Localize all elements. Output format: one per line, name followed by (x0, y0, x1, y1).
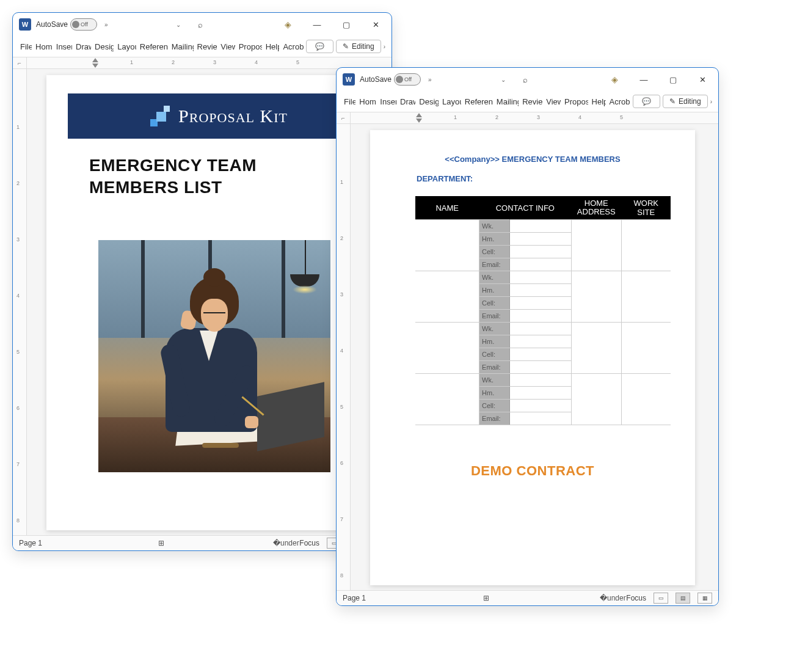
cell-home-address[interactable] (571, 323, 621, 374)
tab-references[interactable]: References (461, 95, 493, 109)
ribbon-overflow-icon[interactable]: › (381, 43, 388, 50)
tab-review[interactable]: Review (519, 95, 542, 109)
close-button[interactable]: ✕ (690, 70, 715, 89)
chevron-down-icon[interactable]: ⌄ (176, 21, 181, 28)
cell-home-address[interactable] (571, 374, 621, 425)
page-canvas[interactable]: <<Company>> EMERGENCY TEAM MEMBERS DEPAR… (351, 124, 718, 590)
tab-draw[interactable]: Draw (72, 40, 91, 54)
editing-mode-button[interactable]: ✎ Editing (336, 40, 381, 53)
tab-layout[interactable]: Layout (114, 40, 136, 54)
tab-insert[interactable]: Insert (376, 95, 396, 109)
contact-value[interactable] (510, 361, 571, 374)
toggle-pill[interactable]: Off (70, 18, 97, 31)
indent-marker-icon[interactable] (92, 58, 98, 62)
tab-references[interactable]: References (136, 40, 168, 54)
accessibility-icon[interactable]: ⊞ (155, 538, 167, 548)
toggle-pill[interactable]: Off (394, 73, 421, 86)
cell-name[interactable] (415, 220, 479, 271)
tab-proposal[interactable]: Proposal (561, 95, 588, 109)
contact-value[interactable] (510, 412, 571, 425)
contact-value[interactable] (510, 297, 571, 310)
accessibility-icon[interactable]: ⊞ (480, 593, 492, 603)
search-button[interactable]: ⌕ (513, 70, 537, 89)
tab-view[interactable]: View (217, 40, 235, 54)
cell-work-site[interactable] (621, 220, 671, 271)
contact-value[interactable] (510, 271, 571, 284)
comments-button[interactable]: 💬 (306, 40, 333, 53)
premium-button[interactable]: ◈ (275, 15, 300, 34)
editing-mode-button[interactable]: ✎ Editing (663, 95, 708, 108)
tab-mailings[interactable]: Mailings (168, 40, 194, 54)
cell-name[interactable] (415, 323, 479, 374)
chevron-down-icon[interactable]: ⌄ (501, 76, 506, 83)
tab-file[interactable]: File (340, 95, 355, 109)
contact-value[interactable] (510, 284, 571, 297)
focus-label[interactable]: Focus (299, 539, 319, 547)
tab-help[interactable]: Help (588, 95, 606, 109)
page-indicator[interactable]: Page 1 (343, 594, 366, 602)
qat-overflow-icon[interactable]: » (428, 76, 432, 83)
indent-marker-icon[interactable] (416, 113, 422, 117)
web-layout-icon[interactable]: ▦ (697, 593, 712, 604)
cell-home-address[interactable] (571, 220, 621, 271)
tab-acrobat[interactable]: Acrobat (606, 95, 630, 109)
focus-icon[interactable]: �under (280, 538, 292, 548)
maximize-button[interactable]: ▢ (661, 70, 685, 89)
tab-design[interactable]: Design (91, 40, 114, 54)
tab-draw[interactable]: Draw (396, 95, 415, 109)
tab-help[interactable]: Help (262, 40, 280, 54)
hanging-indent-icon[interactable] (92, 64, 98, 68)
minimize-button[interactable]: — (305, 15, 329, 34)
tab-file[interactable]: File (16, 40, 32, 54)
close-button[interactable]: ✕ (363, 15, 388, 34)
contact-value[interactable] (510, 233, 571, 246)
focus-label[interactable]: Focus (626, 594, 646, 602)
maximize-button[interactable]: ▢ (334, 15, 359, 34)
contact-value[interactable] (510, 258, 571, 271)
contact-value[interactable] (510, 348, 571, 361)
cell-home-address[interactable] (571, 271, 621, 323)
hanging-indent-icon[interactable] (416, 119, 422, 123)
tab-home[interactable]: Home (32, 40, 53, 54)
cell-work-site[interactable] (621, 374, 671, 425)
print-layout-icon[interactable]: ▤ (676, 593, 690, 604)
contact-value[interactable] (510, 220, 571, 233)
ruler-vertical[interactable]: 1 2 3 4 5 6 7 8 (13, 69, 27, 535)
tab-design[interactable]: Design (415, 95, 439, 109)
tab-review[interactable]: Review (194, 40, 217, 54)
comments-button[interactable]: 💬 (633, 95, 660, 108)
tab-acrobat[interactable]: Acrobat (279, 40, 304, 54)
read-mode-icon[interactable]: ▭ (654, 593, 668, 604)
qat-overflow-icon[interactable]: » (104, 21, 108, 28)
ruler-horizontal[interactable]: ⌐ 1 2 3 4 5 (337, 112, 718, 124)
tab-insert[interactable]: Insert (53, 40, 72, 54)
minimize-button[interactable]: — (632, 70, 656, 89)
contact-value[interactable] (510, 374, 571, 387)
contact-value[interactable] (510, 310, 571, 323)
ruler-vertical[interactable]: 1 2 3 4 5 6 7 8 (337, 124, 351, 590)
ruler-horizontal[interactable]: ⌐ 1 2 3 4 5 (13, 57, 392, 69)
autosave-toggle[interactable]: AutoSave Off (360, 73, 421, 86)
tab-layout[interactable]: Layout (439, 95, 461, 109)
contact-value[interactable] (510, 323, 571, 335)
document-page[interactable]: <<Company>> EMERGENCY TEAM MEMBERS DEPAR… (370, 130, 695, 585)
focus-icon[interactable]: �under (606, 593, 619, 603)
search-button[interactable]: ⌕ (188, 15, 213, 34)
cell-name[interactable] (415, 271, 479, 323)
autosave-toggle[interactable]: AutoSave Off (36, 18, 97, 31)
contact-value[interactable] (510, 335, 571, 348)
cell-name[interactable] (415, 374, 479, 425)
ribbon-overflow-icon[interactable]: › (708, 98, 715, 105)
tab-mailings[interactable]: Mailings (493, 95, 519, 109)
cell-work-site[interactable] (621, 271, 671, 323)
tab-proposal[interactable]: Proposal (235, 40, 262, 54)
document-page[interactable]: PROPOSAL KIT EMERGENCY TEAM MEMBERS LIST (46, 75, 370, 530)
premium-button[interactable]: ◈ (602, 70, 627, 89)
tab-view[interactable]: View (542, 95, 561, 109)
tab-home[interactable]: Home (355, 95, 376, 109)
contact-value[interactable] (510, 400, 571, 412)
cell-work-site[interactable] (621, 323, 671, 374)
contact-value[interactable] (510, 387, 571, 400)
contact-value[interactable] (510, 246, 571, 258)
page-indicator[interactable]: Page 1 (19, 539, 42, 547)
